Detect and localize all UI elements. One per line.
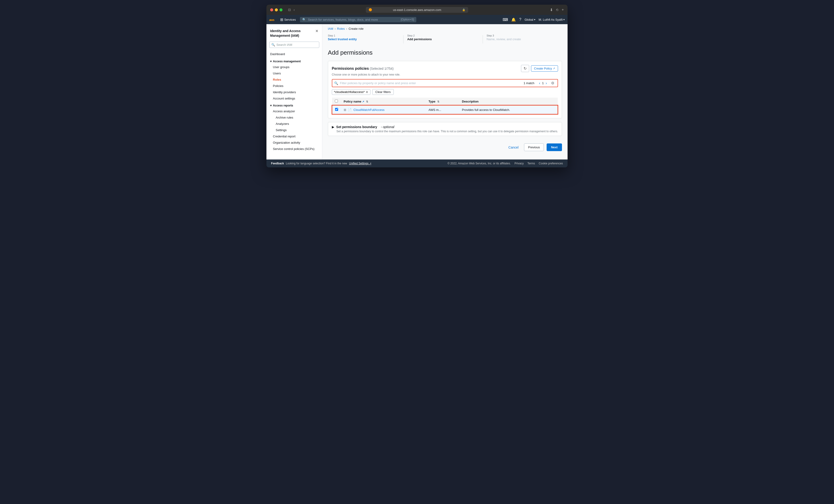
minimize-button[interactable]: [275, 8, 278, 12]
favicon-icon: 🟠: [369, 8, 372, 12]
sidebar-item-organization-activity[interactable]: Organization activity: [266, 139, 322, 146]
permissions-panel: Permissions policies (Selected 1/754) ↻ …: [328, 61, 562, 118]
refresh-button[interactable]: ↻: [521, 65, 529, 72]
footer-cookie-link[interactable]: Cookie preferences: [539, 162, 563, 165]
cloud-shell-icon[interactable]: ⌨: [503, 18, 508, 22]
new-tab-icon[interactable]: +: [562, 8, 564, 12]
policy-name-sort-icon[interactable]: ⇅: [366, 100, 368, 103]
pb-title: Set permissions boundary: [336, 125, 377, 129]
policy-name-link[interactable]: CloudWatchFullAccess: [353, 108, 385, 112]
external-link-icon: ↗: [362, 100, 364, 103]
footer-language-text: Looking for language selection? Find it …: [286, 162, 347, 165]
th-policy-name: Policy name ↗ ⇅: [341, 98, 426, 105]
aws-topnav: aws ⊞ Services 🔍 [Option+S] ⌨ 🔔 ? Global…: [266, 15, 568, 24]
policy-icon: 📄: [348, 108, 352, 112]
table-header: Policy name ↗ ⇅ Type ⇅ Description: [332, 98, 558, 105]
traffic-lights: [270, 8, 283, 12]
filter-match-count: 1 match: [524, 82, 534, 85]
download-icon[interactable]: ⬇: [550, 8, 553, 12]
pb-header[interactable]: ▶ Set permissions boundary - optional: [332, 125, 558, 129]
footer-privacy-link[interactable]: Privacy: [514, 162, 524, 165]
panel-title: Permissions policies: [332, 67, 369, 70]
sidebar-item-access-analyzer[interactable]: Access analyzer: [266, 108, 322, 114]
breadcrumb-iam[interactable]: IAM: [328, 27, 333, 30]
row-expand-icon[interactable]: ⊞: [344, 108, 346, 112]
sidebar-item-user-groups[interactable]: User groups: [266, 64, 322, 70]
user-label: M. Luthfi As Syafii: [539, 18, 563, 21]
previous-button[interactable]: Previous: [524, 143, 544, 151]
address-bar[interactable]: 🟠 us-east-1.console.aws.amazon.com 🔒: [366, 7, 468, 13]
sidebar-item-credential-report[interactable]: Credential report: [266, 133, 322, 139]
sidebar-item-roles[interactable]: Roles: [266, 76, 322, 83]
filter-tag-remove-button[interactable]: ✕: [366, 90, 368, 94]
feedback-button[interactable]: Feedback: [271, 162, 284, 165]
step-divider-2: [483, 35, 483, 44]
breadcrumb-roles[interactable]: Roles: [337, 27, 345, 30]
sidebar-search-bar[interactable]: 🔍: [269, 42, 319, 48]
panel-title-container: Permissions policies (Selected 1/754): [332, 67, 394, 71]
step-1-label[interactable]: Select trusted entity: [328, 38, 399, 41]
share-icon[interactable]: ⎋: [556, 8, 558, 12]
cancel-button[interactable]: Cancel: [506, 144, 522, 151]
sidebar-item-analyzers[interactable]: Analyzers: [266, 121, 322, 127]
sidebar-close-button[interactable]: ✕: [315, 29, 318, 33]
access-management-label: Access management: [273, 60, 301, 63]
sidebar-item-dashboard[interactable]: Dashboard: [266, 51, 322, 58]
table-settings-button[interactable]: ⚙: [550, 81, 556, 86]
nav-search-input[interactable]: [308, 18, 399, 21]
sidebar-item-archive-rules[interactable]: Archive rules: [266, 114, 322, 121]
type-sort-icon[interactable]: ⇅: [437, 100, 439, 103]
step-1: Step 1 Select trusted entity: [328, 34, 403, 44]
sidebar-item-users[interactable]: Users: [266, 70, 322, 76]
table-body: ⊞ 📄 CloudWatchFullAccess AWS m... Provid…: [332, 105, 558, 114]
filter-tag-text: *cloudwatchfullaccess*: [334, 90, 365, 94]
select-all-checkbox[interactable]: [335, 99, 338, 102]
create-policy-label: Create Policy: [534, 67, 552, 70]
footer-terms-link[interactable]: Terms: [527, 162, 535, 165]
step-2-number: Step 2: [407, 34, 479, 37]
address-bar-container: 🟠 us-east-1.console.aws.amazon.com 🔒: [366, 7, 468, 13]
steps-container: Step 1 Select trusted entity Step 2 Add …: [322, 30, 568, 44]
nav-region[interactable]: Global ▾: [525, 18, 535, 21]
back-chevron-icon[interactable]: ‹: [294, 8, 295, 12]
create-policy-button[interactable]: Create Policy ↗: [531, 65, 558, 72]
sidebar-item-service-control-policies[interactable]: Service control policies (SCPs): [266, 146, 322, 152]
th-description: Description: [459, 98, 558, 105]
filter-input[interactable]: [340, 82, 520, 85]
access-management-toggle-icon[interactable]: ▾: [270, 60, 271, 63]
prev-page-button[interactable]: ‹: [538, 81, 541, 86]
sidebar-item-account-settings[interactable]: Account settings: [266, 95, 322, 101]
close-button[interactable]: [270, 8, 273, 12]
access-reports-toggle-icon[interactable]: ▾: [270, 104, 271, 107]
footer-left: Feedback Looking for language selection?…: [271, 162, 371, 165]
next-button[interactable]: Next: [547, 143, 562, 151]
next-page-button[interactable]: ›: [545, 81, 548, 86]
nav-user[interactable]: M. Luthfi As Syafii ▾: [539, 18, 565, 21]
step-3-label: Name, review, and create: [487, 38, 558, 41]
row-checkbox[interactable]: [335, 108, 338, 111]
sidebar-search-input[interactable]: [277, 43, 317, 46]
help-icon[interactable]: ?: [519, 18, 521, 22]
nav-right: ⌨ 🔔 ? Global ▾ M. Luthfi As Syafii ▾: [503, 18, 565, 22]
sidebar-search-icon: 🔍: [271, 43, 275, 46]
sidebar-item-policies[interactable]: Policies: [266, 83, 322, 89]
filter-pagination: ‹ 1 ›: [538, 81, 548, 86]
step-3: Step 3 Name, review, and create: [487, 34, 562, 44]
panel-subtitle: Choose one or more policies to attach to…: [332, 73, 558, 76]
maximize-button[interactable]: [280, 8, 283, 12]
sidebar-item-settings[interactable]: Settings: [266, 127, 322, 133]
unified-settings-link[interactable]: Unified Settings ↗: [349, 162, 371, 165]
row-description-cell: Provides full access to CloudWatch.: [459, 105, 558, 114]
sidebar-item-identity-providers[interactable]: Identity providers: [266, 89, 322, 95]
breadcrumb-sep-1: ›: [335, 27, 335, 30]
sidebar-toggle-icon[interactable]: ⊡: [288, 8, 291, 12]
nav-search-bar[interactable]: 🔍 [Option+S]: [300, 17, 416, 22]
notification-bell-icon[interactable]: 🔔: [511, 18, 516, 22]
clear-filters-button[interactable]: Clear filters: [372, 89, 394, 95]
step-2-label: Add permissions: [407, 38, 479, 41]
sidebar-header: Identity and Access Management (IAM) ✕: [266, 28, 322, 42]
nav-services[interactable]: ⊞ Services: [278, 18, 298, 22]
aws-logo[interactable]: aws: [269, 17, 275, 22]
pb-expand-icon[interactable]: ▶: [332, 125, 334, 129]
policies-table: Policy name ↗ ⇅ Type ⇅ Description: [332, 98, 558, 114]
